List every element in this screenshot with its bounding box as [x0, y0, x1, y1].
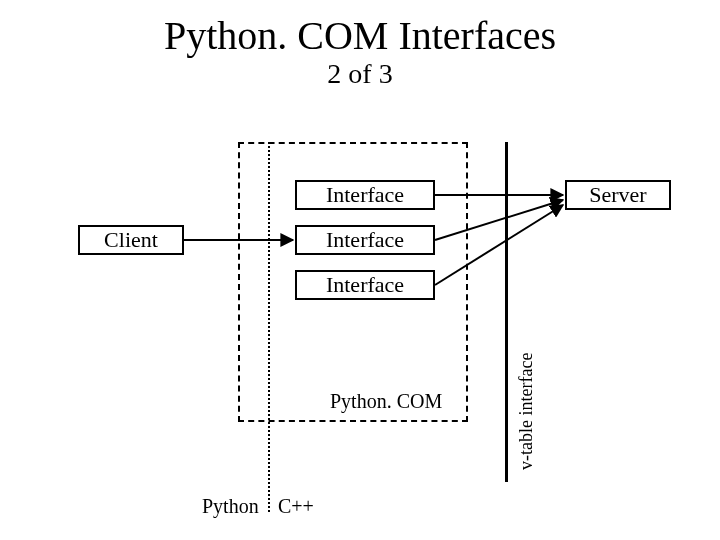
page-subtitle: 2 of 3	[0, 58, 720, 90]
vtable-label: v-table interface	[516, 353, 537, 470]
pythoncom-label: Python. COM	[330, 390, 442, 413]
cpp-label: C++	[278, 495, 314, 518]
vtable-line	[505, 142, 508, 482]
client-label: Client	[104, 227, 158, 253]
interface-box-3: Interface	[295, 270, 435, 300]
server-box: Server	[565, 180, 671, 210]
interface-box-1: Interface	[295, 180, 435, 210]
page-title: Python. COM Interfaces	[0, 12, 720, 59]
interface-label: Interface	[326, 227, 404, 253]
interface-label: Interface	[326, 272, 404, 298]
server-label: Server	[589, 182, 646, 208]
client-box: Client	[78, 225, 184, 255]
interface-label: Interface	[326, 182, 404, 208]
interface-box-2: Interface	[295, 225, 435, 255]
language-divider	[268, 142, 270, 512]
python-label: Python	[202, 495, 259, 518]
diagram-stage: Python. COM Interfaces 2 of 3 Client Ser…	[0, 0, 720, 540]
